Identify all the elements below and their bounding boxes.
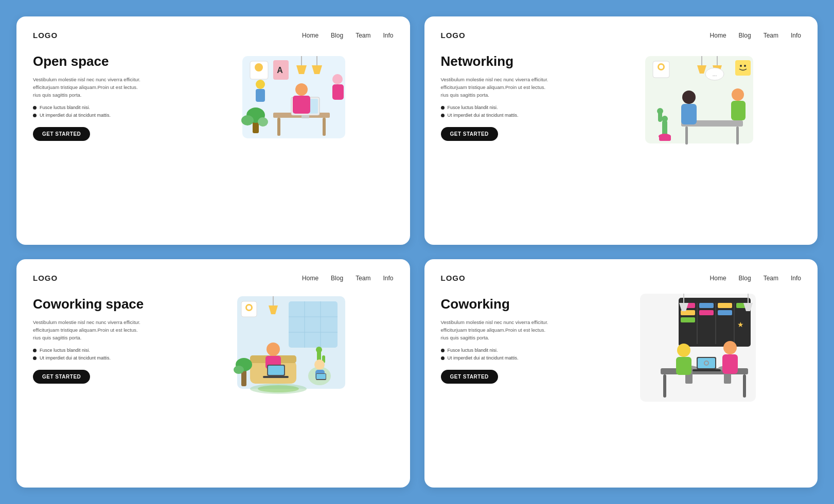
card-bullets-networking: Fusce luctus blandit nisi. Ut imperdiet … bbox=[441, 105, 592, 118]
bullet-dot bbox=[441, 106, 445, 110]
svg-point-115 bbox=[705, 362, 708, 365]
bullet-item: Fusce luctus blandit nisi. bbox=[441, 105, 592, 110]
svg-rect-71 bbox=[263, 376, 289, 378]
card-header-coworking: LOGO HomeBlogTeamInfo bbox=[441, 274, 802, 282]
scene-coworking: ★ bbox=[592, 289, 801, 412]
nav-item-blog[interactable]: Blog bbox=[739, 32, 751, 39]
card-coworking: LOGO HomeBlogTeamInfo Coworking Vestibul… bbox=[424, 259, 818, 488]
svg-rect-40 bbox=[736, 127, 739, 145]
svg-point-81 bbox=[258, 385, 299, 392]
svg-rect-22 bbox=[256, 89, 265, 102]
nav-item-blog[interactable]: Blog bbox=[331, 32, 343, 39]
illustration-networking: ... bbox=[592, 46, 801, 169]
svg-rect-24 bbox=[332, 84, 344, 100]
svg-rect-91 bbox=[699, 310, 714, 315]
bullet-text: Fusce luctus blandit nisi. bbox=[448, 105, 498, 110]
card-header-coworking-space: LOGO HomeBlogTeamInfo bbox=[33, 274, 394, 282]
svg-point-19 bbox=[241, 115, 254, 125]
svg-rect-76 bbox=[316, 374, 326, 379]
card-title-coworking-space: Coworking space bbox=[33, 297, 184, 312]
bullet-item: Fusce luctus blandit nisi. bbox=[441, 348, 592, 353]
svg-point-41 bbox=[682, 91, 696, 104]
svg-rect-70 bbox=[268, 366, 284, 375]
bullet-dot bbox=[33, 114, 37, 117]
scene-coworking-space bbox=[184, 289, 393, 412]
bullet-item: Fusce luctus blandit nisi. bbox=[33, 105, 184, 110]
nav-item-home[interactable]: Home bbox=[302, 275, 318, 282]
svg-text:★: ★ bbox=[737, 320, 743, 329]
svg-point-79 bbox=[234, 366, 244, 374]
card-body-coworking: Coworking Vestibulum molestie nisl nec n… bbox=[441, 289, 802, 473]
svg-point-109 bbox=[723, 341, 737, 354]
bullet-text: Fusce luctus blandit nisi. bbox=[40, 348, 90, 353]
nav-item-info[interactable]: Info bbox=[383, 32, 393, 39]
svg-rect-10 bbox=[277, 118, 280, 136]
svg-point-28 bbox=[659, 65, 663, 69]
nav-item-team[interactable]: Team bbox=[356, 275, 370, 282]
svg-rect-92 bbox=[718, 303, 732, 308]
illustration-open-space: A bbox=[184, 46, 393, 169]
nav-item-blog[interactable]: Blog bbox=[331, 275, 343, 282]
bullet-text: Ut imperdiet dui at tincidunt mattis. bbox=[448, 355, 519, 361]
card-text-coworking: Coworking Vestibulum molestie nisl nec n… bbox=[441, 289, 592, 384]
get-started-button[interactable]: GET STARTED bbox=[441, 127, 498, 141]
nav-item-info[interactable]: Info bbox=[791, 32, 801, 39]
svg-point-67 bbox=[267, 343, 280, 356]
illustration-coworking-space bbox=[184, 289, 393, 412]
svg-rect-52 bbox=[289, 301, 338, 348]
svg-rect-16 bbox=[293, 96, 310, 114]
nav-item-home[interactable]: Home bbox=[710, 275, 726, 282]
nav-item-team[interactable]: Team bbox=[356, 32, 370, 39]
bullet-item: Ut imperdiet dui at tincidunt mattis. bbox=[33, 355, 184, 361]
svg-rect-89 bbox=[681, 317, 695, 322]
bullet-dot bbox=[33, 356, 37, 360]
card-title-networking: Networking bbox=[441, 54, 592, 69]
nav-item-home[interactable]: Home bbox=[302, 32, 318, 39]
bullet-text: Fusce luctus blandit nisi. bbox=[40, 105, 90, 110]
svg-point-20 bbox=[258, 117, 268, 127]
card-header-networking: LOGO HomeBlogTeamInfo bbox=[441, 31, 802, 40]
svg-rect-110 bbox=[722, 354, 738, 374]
card-bullets-open-space: Fusce luctus blandit nisi. Ut imperdiet … bbox=[33, 105, 184, 118]
svg-point-63 bbox=[316, 347, 322, 353]
nav-item-info[interactable]: Info bbox=[791, 275, 801, 282]
card-text-open-space: Open space Vestibulum molestie nisl nec … bbox=[33, 46, 184, 141]
bullet-text: Ut imperdiet dui at tincidunt mattis. bbox=[40, 113, 111, 118]
nav-item-team[interactable]: Team bbox=[764, 275, 778, 282]
svg-point-34 bbox=[740, 65, 742, 67]
svg-point-43 bbox=[732, 88, 744, 101]
svg-point-15 bbox=[295, 83, 308, 96]
svg-rect-44 bbox=[731, 101, 746, 120]
svg-point-35 bbox=[744, 65, 746, 67]
svg-rect-90 bbox=[699, 303, 714, 308]
logo-networking: LOGO bbox=[441, 31, 466, 40]
nav-item-blog[interactable]: Blog bbox=[739, 275, 751, 282]
svg-rect-113 bbox=[693, 369, 721, 371]
svg-point-107 bbox=[677, 344, 690, 357]
get-started-button[interactable]: GET STARTED bbox=[33, 127, 90, 141]
illustration-coworking: ★ bbox=[592, 289, 801, 412]
bullet-item: Ut imperdiet dui at tincidunt mattis. bbox=[441, 355, 592, 361]
bullet-dot bbox=[441, 349, 445, 352]
card-text-coworking-space: Coworking space Vestibulum molestie nisl… bbox=[33, 289, 184, 384]
card-body-open-space: Open space Vestibulum molestie nisl nec … bbox=[33, 46, 394, 230]
svg-point-73 bbox=[314, 359, 325, 370]
nav-coworking-space: HomeBlogTeamInfo bbox=[302, 275, 393, 282]
svg-rect-42 bbox=[681, 104, 697, 124]
svg-rect-45 bbox=[662, 120, 667, 136]
svg-point-61 bbox=[247, 305, 251, 310]
nav-item-info[interactable]: Info bbox=[383, 275, 393, 282]
card-header-open-space: LOGO HomeBlogTeamInfo bbox=[33, 31, 394, 40]
card-coworking-space: LOGO HomeBlogTeamInfo Coworking space Ve… bbox=[16, 259, 410, 488]
get-started-button[interactable]: GET STARTED bbox=[441, 370, 498, 384]
card-bullets-coworking-space: Fusce luctus blandit nisi. Ut imperdiet … bbox=[33, 348, 184, 361]
nav-item-team[interactable]: Team bbox=[764, 32, 778, 39]
scene-open-space: A bbox=[184, 46, 393, 169]
nav-item-home[interactable]: Home bbox=[710, 32, 726, 39]
svg-text:A: A bbox=[277, 66, 283, 75]
get-started-button[interactable]: GET STARTED bbox=[33, 370, 90, 384]
nav-networking: HomeBlogTeamInfo bbox=[710, 32, 801, 39]
bullet-dot bbox=[441, 114, 445, 117]
logo-open-space: LOGO bbox=[33, 31, 58, 40]
bullet-dot bbox=[441, 356, 445, 360]
